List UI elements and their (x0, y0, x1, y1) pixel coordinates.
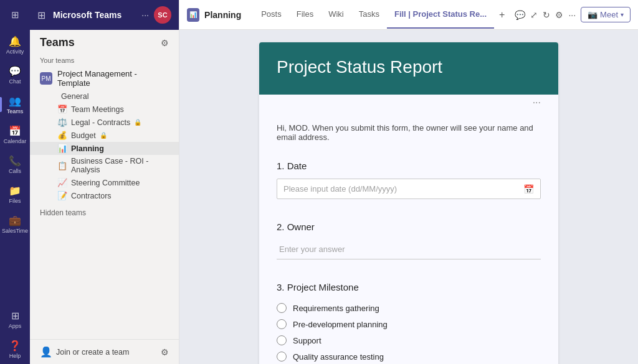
sidebar-team-item[interactable]: PM Project Management - Template ··· (30, 67, 179, 90)
radio-quality-assurance[interactable]: Quality assurance testing (277, 348, 541, 364)
nav-rail-top: ⊞ (0, 0, 30, 30)
hidden-teams-label: Hidden teams (30, 205, 179, 221)
sidebar-topbar-inner: ⊞ Microsoft Teams (37, 9, 121, 21)
topbar-more-icon[interactable]: ··· (141, 10, 149, 20)
channel-team-meetings-label: Team Meetings (71, 105, 124, 114)
sidebar-channel-general[interactable]: General (30, 90, 179, 103)
contractors-icon: 📝 (57, 191, 67, 200)
meet-button[interactable]: 📷 Meet ▾ (581, 7, 631, 22)
form-card: Project Status Report ··· Hi, MOD. When … (259, 42, 558, 364)
sidebar-channel-legal[interactable]: ⚖️ Legal - Contracts 🔒 (30, 116, 179, 129)
channel-legal-label: Legal - Contracts (71, 118, 130, 127)
channel-contractors-label: Contractors (71, 192, 112, 200)
form-info-text: Hi, MOD. When you submit this form, the … (277, 113, 541, 148)
tab-tasks[interactable]: Tasks (351, 1, 387, 29)
channel-planning-label: Planning (71, 144, 104, 153)
tab-posts[interactable]: Posts (254, 1, 289, 29)
files-label: Files (9, 198, 21, 204)
nav-item-chat[interactable]: 💬 Chat (0, 60, 30, 90)
team-meetings-icon: 📅 (57, 105, 67, 114)
form-body: ··· Hi, MOD. When you submit this form, … (259, 95, 558, 364)
sidebar-channel-contractors[interactable]: 📝 Contractors (30, 189, 179, 202)
owner-section-title: 2. Owner (277, 222, 541, 232)
nav-item-teams[interactable]: 👥 Teams (0, 90, 30, 119)
sidebar-channel-business-case[interactable]: 📋 Business Case - ROI - Analysis (30, 155, 179, 176)
apps-icon: ⊞ (9, 309, 21, 322)
nav-item-apps[interactable]: ⊞ Apps (0, 304, 30, 334)
channel-general-label: General (61, 92, 88, 101)
files-icon: 📁 (9, 184, 21, 197)
form-dots[interactable]: ··· (277, 95, 541, 113)
channel-business-case-label: Business Case - ROI - Analysis (71, 157, 169, 174)
filter-icon[interactable]: ⚙ (161, 38, 169, 48)
date-input[interactable] (277, 179, 517, 198)
channel-tabs: Posts Files Wiki Tasks Fill | Project St… (254, 1, 510, 29)
your-teams-label: Your teams (30, 54, 179, 67)
user-avatar[interactable]: SC (154, 6, 171, 24)
legal-icon: ⚖️ (57, 118, 67, 127)
meet-label: Meet (600, 10, 618, 19)
join-create-team-button[interactable]: 👤 Join or create a team (40, 346, 129, 358)
radio-label-1: Requirements gathering (293, 304, 379, 313)
nav-item-salestime[interactable]: 💼 SalesTime (0, 209, 30, 239)
waffle-icon[interactable]: ⊞ (11, 9, 19, 21)
sidebar-search-row: Teams ⚙ (30, 30, 179, 52)
salestime-label: SalesTime (2, 228, 28, 234)
form-section-date: 1. Date 📅 (277, 148, 541, 209)
sidebar-channel-tree: Your teams PM Project Management - Templ… (30, 52, 179, 339)
nav-item-files[interactable]: 📁 Files (0, 179, 30, 209)
expand-icon[interactable]: ⤢ (530, 10, 538, 20)
sidebar-bottom: 👤 Join or create a team ⚙ (30, 339, 179, 364)
nav-item-activity[interactable]: 🔔 Activity (0, 30, 30, 60)
nav-item-calendar[interactable]: 📅 Calendar (0, 119, 30, 149)
calendar-icon: 📅 (9, 124, 21, 137)
steering-icon: 📈 (57, 178, 67, 187)
radio-support[interactable]: Support (277, 332, 541, 348)
reload-icon[interactable]: ↻ (543, 10, 550, 20)
channel-header-name: Planning (204, 10, 241, 20)
sidebar-channel-budget[interactable]: 💰 Budget 🔒 (30, 129, 179, 142)
help-icon: ❓ (9, 339, 21, 352)
chat-action-icon[interactable]: 💬 (515, 10, 525, 20)
topbar-waffle-icon[interactable]: ⊞ (37, 9, 45, 21)
camera-icon: 📷 (588, 10, 598, 19)
form-section-milestone: 3. Project Milestone Requirements gather… (277, 269, 541, 364)
help-label: Help (9, 353, 21, 359)
channel-header: 📊 Planning Posts Files Wiki Tasks Fill |… (179, 0, 638, 30)
radio-requirements-gathering[interactable]: Requirements gathering (277, 300, 541, 316)
sidebar-channel-steering[interactable]: 📈 Steering Committee (30, 176, 179, 189)
radio-pre-development[interactable]: Pre-development planning (277, 316, 541, 332)
lock-icon: 🔒 (134, 119, 141, 126)
channel-header-actions: 💬 ⤢ ↻ ⚙ ··· 📷 Meet ▾ (515, 7, 631, 22)
sidebar-your-teams-section: Your teams PM Project Management - Templ… (30, 52, 179, 205)
tab-files[interactable]: Files (289, 1, 321, 29)
add-tab-icon[interactable]: + (494, 9, 510, 21)
team-name: Project Management - Template (57, 69, 156, 88)
sidebar-channel-planning[interactable]: 📊 Planning (30, 142, 179, 155)
radio-circle-2 (277, 319, 287, 329)
channel-team-icon: 📊 (187, 8, 199, 22)
sidebar: ⊞ Microsoft Teams ··· SC Teams ⚙ Your te… (30, 0, 179, 364)
radio-circle-4 (277, 352, 287, 362)
sidebar-channel-team-meetings[interactable]: 📅 Team Meetings (30, 103, 179, 116)
date-input-wrapper: 📅 (277, 179, 541, 199)
budget-icon: 💰 (57, 131, 67, 140)
tab-wiki[interactable]: Wiki (321, 1, 351, 29)
nav-item-calls[interactable]: 📞 Calls (0, 149, 30, 179)
activity-icon: 🔔 (9, 35, 21, 47)
main-area: 📊 Planning Posts Files Wiki Tasks Fill |… (179, 0, 638, 364)
budget-lock-icon: 🔒 (100, 132, 107, 139)
sidebar-topbar: ⊞ Microsoft Teams ··· SC (30, 0, 179, 30)
nav-rail: ⊞ 🔔 Activity 💬 Chat 👥 Teams 📅 Calendar 📞… (0, 0, 30, 364)
radio-label-2: Pre-development planning (293, 320, 388, 329)
settings-icon[interactable]: ⚙ (161, 347, 169, 357)
settings-action-icon[interactable]: ⚙ (555, 10, 563, 20)
calendar-picker-icon[interactable]: 📅 (517, 184, 540, 194)
tab-fill[interactable]: Fill | Project Status Re... (387, 1, 494, 29)
more-action-icon[interactable]: ··· (568, 10, 576, 20)
activity-label: Activity (6, 49, 24, 55)
topbar-actions: ··· SC (141, 6, 171, 24)
owner-input[interactable] (277, 240, 541, 259)
nav-item-help[interactable]: ❓ Help (0, 334, 30, 364)
join-label: Join or create a team (56, 348, 129, 357)
